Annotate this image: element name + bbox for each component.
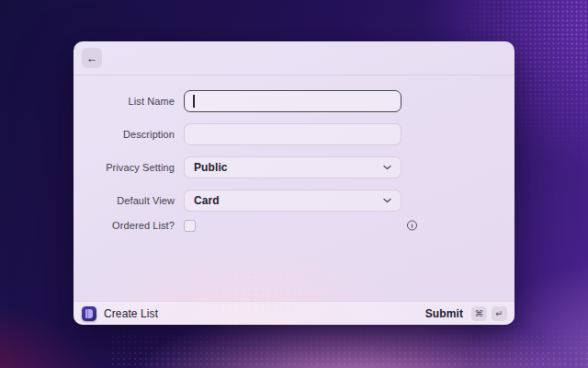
create-list-window: ← List Name Description Privacy Setting … [74, 41, 514, 325]
ordered-list-checkbox[interactable] [184, 220, 196, 232]
privacy-setting-value: Public [194, 161, 228, 174]
app-icon [82, 306, 96, 321]
window-footer: Create List Submit ⌘ ↵ [74, 301, 514, 325]
chevron-down-icon [383, 165, 391, 170]
back-arrow-icon: ← [86, 52, 98, 64]
window-header: ← [74, 41, 514, 75]
return-key-icon[interactable]: ↵ [492, 306, 507, 321]
privacy-setting-label: Privacy Setting [74, 162, 175, 173]
submit-button[interactable]: Submit [425, 307, 463, 320]
list-name-input[interactable] [184, 90, 401, 112]
back-button[interactable]: ← [82, 48, 102, 68]
desktop-wallpaper: ← List Name Description Privacy Setting … [0, 0, 588, 368]
description-input[interactable] [184, 123, 401, 145]
text-cursor [193, 95, 195, 108]
command-title: Create List [104, 307, 158, 320]
default-view-label: Default View [74, 195, 175, 206]
info-icon-glyph: i [412, 223, 413, 229]
list-name-label: List Name [74, 96, 175, 107]
form-area: List Name Description Privacy Setting Pu… [74, 75, 514, 301]
command-key-icon[interactable]: ⌘ [471, 306, 487, 321]
default-view-value: Card [194, 194, 220, 207]
ordered-list-label: Ordered List? [74, 220, 175, 231]
form-row-privacy-setting: Privacy Setting Public [74, 156, 514, 178]
chevron-down-icon [383, 198, 391, 203]
form-row-default-view: Default View Card [74, 190, 514, 212]
form-row-ordered-list: Ordered List? i [74, 219, 514, 232]
form-row-list-name: List Name [74, 90, 514, 112]
book-icon [85, 309, 93, 318]
form-row-description: Description [74, 123, 514, 145]
description-label: Description [74, 129, 175, 140]
info-icon[interactable]: i [407, 221, 417, 231]
default-view-dropdown[interactable]: Card [184, 190, 401, 212]
wallpaper-dot-texture-bottom [110, 317, 588, 368]
footer-actions: Submit ⌘ ↵ [425, 306, 507, 321]
privacy-setting-dropdown[interactable]: Public [184, 156, 401, 178]
